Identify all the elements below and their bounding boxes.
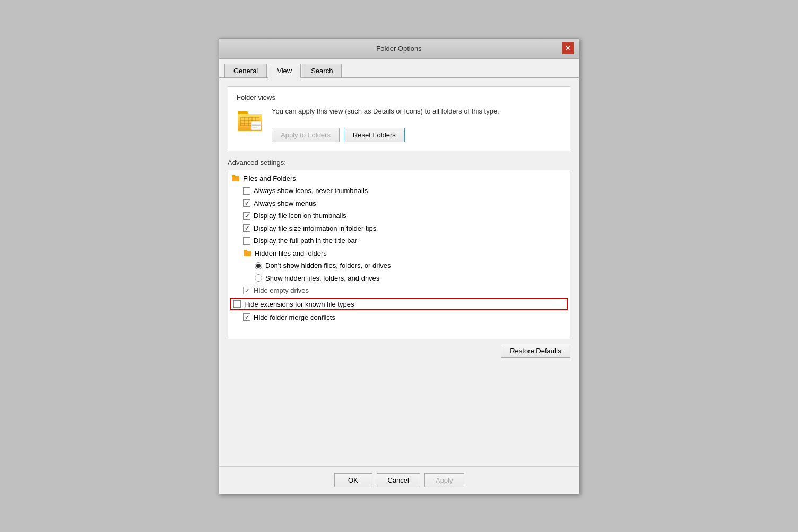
- setting-label: Display the full path in the title bar: [254, 236, 357, 246]
- checkbox-hide-empty-drives[interactable]: [243, 287, 250, 294]
- setting-hide-extensions-row[interactable]: Hide extensions for known file types: [230, 298, 568, 310]
- setting-label: Always show icons, never thumbnails: [254, 186, 368, 196]
- folder-views-title: Folder views: [237, 93, 561, 101]
- reset-folders-button[interactable]: Reset Folders: [344, 128, 405, 142]
- svg-rect-12: [252, 124, 261, 125]
- tab-view[interactable]: View: [268, 64, 301, 78]
- checkbox-always-show-menus[interactable]: [243, 199, 250, 207]
- checkbox-display-file-size[interactable]: [243, 224, 250, 232]
- folder-views-buttons: Apply to Folders Reset Folders: [272, 128, 561, 142]
- setting-display-file-size[interactable]: Display file size information in folder …: [228, 222, 570, 235]
- setting-label-hide-extensions: Hide extensions for known file types: [244, 300, 354, 308]
- setting-always-show-icons[interactable]: Always show icons, never thumbnails: [228, 185, 570, 197]
- setting-always-show-menus[interactable]: Always show menus: [228, 197, 570, 210]
- dialog-title: Folder Options: [236, 45, 562, 53]
- setting-label: Always show menus: [254, 198, 316, 209]
- setting-hide-folder-merge[interactable]: Hide folder merge conflicts: [228, 311, 570, 324]
- svg-rect-15: [232, 176, 239, 181]
- checkbox-display-full-path[interactable]: [243, 237, 250, 245]
- svg-rect-7: [244, 117, 245, 126]
- cancel-button[interactable]: Cancel: [377, 473, 420, 487]
- folder-options-dialog: Folder Options ✕ General View Search Fol…: [219, 38, 579, 494]
- svg-rect-13: [252, 125, 261, 126]
- radio-show-hidden[interactable]: [255, 274, 262, 282]
- restore-defaults-row: Restore Defaults: [228, 344, 570, 358]
- svg-rect-2: [240, 117, 259, 118]
- restore-defaults-button[interactable]: Restore Defaults: [501, 344, 570, 358]
- checkbox-hide-extensions[interactable]: [233, 300, 241, 308]
- folder-group-icon: [231, 174, 240, 182]
- ok-button[interactable]: OK: [334, 473, 372, 487]
- svg-rect-3: [240, 120, 259, 121]
- folder-views-section: Folder views: [228, 86, 570, 151]
- folder-views-right: You can apply this view (such as Details…: [272, 107, 561, 142]
- tab-general[interactable]: General: [224, 64, 267, 78]
- group-label: Hidden files and folders: [255, 248, 327, 259]
- folder-views-body: You can apply this view (such as Details…: [237, 107, 561, 142]
- setting-label: Show hidden files, folders, and drives: [265, 273, 379, 284]
- dialog-content: Folder views: [219, 78, 579, 466]
- checkbox-display-file-icon[interactable]: [243, 212, 250, 220]
- dialog-footer: OK Cancel Apply: [219, 466, 579, 494]
- setting-display-file-icon[interactable]: Display file icon on thumbnails: [228, 210, 570, 222]
- group-files-and-folders: Files and Folders: [228, 172, 570, 185]
- setting-dont-show-hidden[interactable]: Don't show hidden files, folders, or dri…: [228, 259, 570, 272]
- setting-label: Don't show hidden files, folders, or dri…: [265, 260, 391, 271]
- setting-display-full-path[interactable]: Display the full path in the title bar: [228, 234, 570, 247]
- setting-label: Display file size information in folder …: [254, 223, 376, 234]
- setting-hide-empty-drives[interactable]: Hide empty drives: [228, 284, 570, 297]
- setting-label: Hide folder merge conflicts: [254, 312, 335, 323]
- checkbox-always-show-icons[interactable]: [243, 187, 250, 195]
- close-button[interactable]: ✕: [562, 42, 574, 54]
- apply-button[interactable]: Apply: [424, 473, 464, 487]
- svg-rect-6: [240, 117, 241, 126]
- title-bar: Folder Options ✕: [219, 39, 579, 59]
- svg-rect-8: [248, 117, 249, 126]
- group-label: Files and Folders: [243, 173, 296, 184]
- apply-to-folders-button[interactable]: Apply to Folders: [272, 128, 340, 142]
- checkbox-hide-folder-merge[interactable]: [243, 313, 250, 321]
- advanced-settings-section: Advanced settings: Files and Folders Alw…: [228, 159, 570, 458]
- tab-bar: General View Search: [219, 59, 579, 78]
- radio-dont-show-hidden[interactable]: [255, 262, 262, 269]
- svg-rect-16: [244, 251, 251, 256]
- svg-rect-14: [252, 127, 257, 128]
- setting-label: Hide empty drives: [254, 285, 309, 296]
- folder-icon: [237, 107, 263, 133]
- group-hidden-files: Hidden files and folders: [228, 247, 570, 260]
- tab-search[interactable]: Search: [302, 64, 342, 78]
- advanced-settings-title: Advanced settings:: [228, 159, 570, 167]
- setting-show-hidden[interactable]: Show hidden files, folders, and drives: [228, 272, 570, 285]
- folder-hidden-icon: [243, 249, 251, 257]
- setting-label: Display file icon on thumbnails: [254, 211, 346, 221]
- settings-list[interactable]: Files and Folders Always show icons, nev…: [228, 170, 570, 339]
- folder-views-description: You can apply this view (such as Details…: [272, 107, 561, 116]
